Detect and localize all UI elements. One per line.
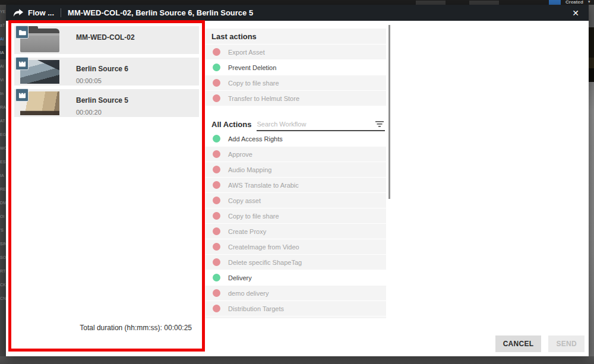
folder-icon: [18, 29, 26, 36]
asset-card[interactable]: Berlin Source 6 00:00:05: [14, 58, 199, 86]
background-sidebar-label: SIN: [0, 237, 6, 251]
filter-icon[interactable]: [375, 121, 384, 128]
workflow-action-label: Approve: [228, 151, 252, 158]
workflow-search: [257, 119, 385, 131]
background-sidebar-label: In: [0, 87, 6, 100]
status-dot-icon: [213, 289, 220, 297]
background-sidebar-label: IA: [0, 46, 6, 59]
background-sidebar-label: CK: [0, 278, 6, 292]
workflow-action-label: demo delivery: [228, 290, 268, 297]
status-dot-icon: [213, 64, 220, 71]
workflow-action-label: AWS Translate to Arabic: [228, 182, 299, 189]
background-sidebar-label: CN: [0, 292, 6, 305]
workflow-action-label: Export Asset: [228, 49, 265, 56]
workflow-action-row[interactable]: Prevent Deletion: [206, 60, 386, 75]
status-dot-icon: [213, 258, 220, 266]
background-sidebar-label: Vi: [0, 73, 6, 87]
background-sidebar-label: ES: [0, 155, 6, 169]
vertical-scrollbar[interactable]: [388, 25, 390, 199]
workflow-action-row[interactable]: Copy to file share: [206, 75, 386, 91]
background-sidebar: YE aT AI IA Al Vi In RA AT EG WO ES IA R…: [0, 5, 6, 356]
background-sidebar-label: YE: [0, 5, 6, 18]
asset-name: Berlin Source 5: [76, 96, 128, 105]
last-actions-list: Export Asset Prevent Deletion Copy to fi…: [206, 45, 386, 106]
workflow-action-row[interactable]: Create Proxy: [206, 224, 386, 239]
background-sidebar-label: Al: [0, 59, 6, 73]
background-content-edge: [589, 5, 594, 356]
background-grid-icon: [549, 0, 561, 5]
asset-name: Berlin Source 6: [76, 65, 128, 73]
workflow-action-row[interactable]: Delete specific ShapeTag: [206, 255, 386, 270]
workflow-action-row[interactable]: Copy to file share: [206, 208, 386, 224]
asset-card[interactable]: MM-WED-COL-02: [14, 26, 199, 54]
status-dot-icon: [213, 94, 220, 102]
close-icon[interactable]: ✕: [570, 8, 582, 18]
asset-thumbnail: [18, 27, 61, 53]
all-actions-section: All Actions Ad: [206, 115, 386, 318]
workflow-action-row[interactable]: Copy asset: [206, 193, 386, 208]
status-dot-icon: [213, 305, 220, 312]
background-sort-label: Created: [565, 0, 583, 5]
workflow-actions-panel: Last actions Export Asset Prevent Deleti…: [206, 29, 386, 318]
workflow-action-label: Delete specific ShapeTag: [228, 259, 302, 266]
workflow-action-label: CreateImage from Video: [228, 243, 299, 251]
asset-card[interactable]: Berlin Source 5 00:00:20: [14, 89, 199, 117]
selected-assets-panel annotation-highlight-box: MM-WED-COL-02: [8, 20, 205, 352]
background-sidebar-label: RA: [0, 100, 6, 114]
background-sidebar-label: SO: [0, 251, 6, 264]
workflow-action-row[interactable]: Transfer to Helmut Store: [206, 91, 386, 106]
background-sidebar-label: RE: [0, 182, 6, 196]
background-thumbnail-sliver: [589, 27, 594, 82]
workflow-action-row[interactable]: Export Asset: [206, 45, 386, 60]
workflow-search-input[interactable]: [257, 119, 372, 129]
asset-info: Berlin Source 6 00:00:05: [76, 60, 128, 84]
workflow-action-label: Distribution Targets: [228, 305, 284, 312]
status-dot-icon: [213, 243, 220, 251]
flow-dialog: Flow ... MM-WED-COL-02, Berlin Source 6,…: [6, 5, 589, 356]
asset-type-badge: [15, 88, 29, 102]
workflow-action-label: Delivery: [228, 274, 252, 281]
background-sidebar-label: aT: [0, 18, 6, 32]
background-sidebar-label: IA: [0, 169, 6, 182]
status-dot-icon: [213, 79, 220, 87]
background-bottom-strip: [0, 356, 594, 364]
screen: Created ▾ YE aT AI IA Al Vi In RA AT EG …: [0, 0, 594, 364]
header-divider: [61, 8, 61, 17]
status-dot-icon: [213, 197, 220, 204]
background-sidebar-label: EG: [0, 128, 6, 141]
workflow-action-row[interactable]: Approve: [206, 147, 386, 162]
asset-thumbnail: [18, 59, 61, 85]
send-button[interactable]: SEND: [548, 335, 584, 352]
asset-list: MM-WED-COL-02: [14, 26, 199, 121]
video-camera-icon: [18, 60, 26, 68]
last-actions-title: Last actions: [206, 29, 386, 45]
workflow-action-row[interactable]: Delivery: [206, 270, 386, 286]
workflow-action-label: Copy to file share: [228, 80, 279, 87]
workflow-action-label: Prevent Deletion: [228, 64, 276, 71]
background-toolbar-button: [469, 1, 499, 5]
background-toolbar: Created ▾: [0, 0, 594, 5]
workflow-action-label: Transfer to Helmut Store: [228, 95, 299, 102]
video-camera-icon: [18, 91, 26, 99]
background-sidebar-label: DM: [0, 196, 6, 210]
total-duration-label: Total duration (hh:mm:ss): 00:00:25: [14, 324, 199, 349]
background-toolbar-button: [416, 1, 446, 5]
workflow-action-row[interactable]: Add Access Rights: [206, 131, 386, 147]
asset-duration: 00:00:20: [76, 109, 128, 116]
workflow-action-row[interactable]: AWS Translate to Arabic: [206, 178, 386, 193]
background-sidebar-label: AI: [0, 32, 6, 46]
cancel-button[interactable]: CANCEL: [495, 335, 542, 352]
workflow-action-label: Copy asset: [228, 197, 261, 204]
background-sidebar-label: AT: [0, 114, 6, 128]
asset-type-badge: [15, 26, 29, 39]
workflow-action-row[interactable]: CreateImage from Video: [206, 239, 386, 255]
asset-name: MM-WED-COL-02: [76, 33, 135, 42]
workflow-action-row[interactable]: Distribution Targets: [206, 301, 386, 316]
status-dot-icon: [213, 166, 220, 173]
flow-share-icon: [13, 9, 23, 17]
workflow-action-row[interactable]: demo delivery: [206, 286, 386, 301]
workflow-action-row[interactable]: Audio Mapping: [206, 162, 386, 178]
asset-info: MM-WED-COL-02: [76, 29, 135, 46]
all-actions-header: All Actions: [206, 115, 386, 131]
status-dot-icon: [213, 150, 220, 158]
